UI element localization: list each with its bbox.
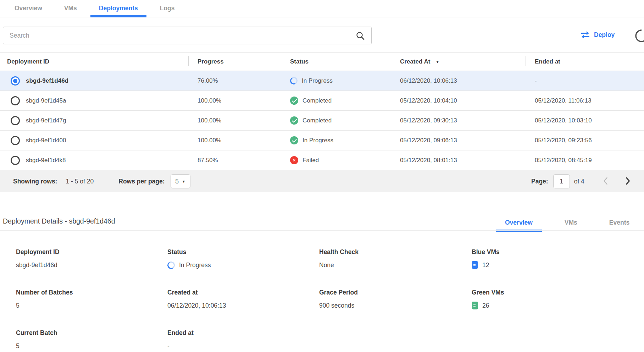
field-value: 26 [482,302,489,309]
field-label: Ended at [167,329,319,337]
rows-per-page-select[interactable]: 5 ▼ [171,174,190,188]
progress-cell: 87.50% [188,157,281,164]
ended-at-cell: 05/12/2020, 11:06:13 [526,97,644,104]
page-number-input[interactable] [553,174,570,188]
field-value: In Progress [179,262,211,269]
ended-at-cell: - [526,77,644,84]
sort-desc-triangle-icon: ▼ [435,60,439,64]
details-tab-overview[interactable]: Overview [496,214,542,231]
field-label: Created at [167,289,319,296]
showing-rows-label: Showing rows: [13,178,57,185]
row-radio[interactable] [11,96,20,105]
field-created-at: Created at 06/12/2020, 10:06:13 [167,289,319,310]
refresh-icon[interactable] [634,29,644,43]
table-footer: Showing rows: 1 - 5 of 20 Rows per page:… [0,170,644,192]
row-radio[interactable] [11,116,20,125]
field-label: Status [167,248,319,256]
completed-check-icon [290,116,298,125]
search-icon[interactable] [356,31,365,40]
field-blue-vms: Blue VMs 12 [472,248,644,270]
field-current-batch: Current Batch 5 [16,329,167,351]
field-health-check: Health Check None [319,248,472,270]
row-radio-selected[interactable] [11,76,20,86]
table-row[interactable]: sbgd-9ef1d4k8 87.50% Failed 05/12/2020, … [0,150,644,170]
deployments-toolbar: Deploy [3,27,644,44]
in-progress-spinner-icon [167,260,176,270]
previous-page-button[interactable] [603,177,608,186]
next-page-button[interactable] [626,177,631,186]
chevron-down-icon: ▼ [182,180,185,183]
field-ended-at: Ended at - [167,329,319,351]
field-value: 900 seconds [319,301,472,310]
details-divider [0,230,644,231]
field-value: 5 [16,301,167,310]
tab-deployments[interactable]: Deployments [88,0,149,17]
rows-per-page-value: 5 [175,178,179,185]
page-label: Page: [531,178,548,185]
field-value: 5 [16,341,167,351]
rows-per-page-label: Rows per page: [118,178,165,185]
deployment-id-cell: sbgd-9ef1d46d [26,77,68,84]
field-value: 12 [482,262,489,269]
progress-cell: 100.00% [188,97,281,104]
deployment-id-cell: sbgd-9ef1d400 [26,137,66,144]
created-at-cell: 05/12/2020, 09:30:13 [391,117,526,124]
details-tab-events[interactable]: Events [600,214,639,231]
field-green-vms: Green VMs 26 [472,289,644,310]
column-header-created-at[interactable]: Created At ▼ [391,53,526,71]
details-tab-vms[interactable]: VMs [555,214,587,231]
field-label: Current Batch [16,329,167,337]
field-label: Number of Batches [16,289,167,296]
showing-rows-value: 1 - 5 of 20 [66,178,94,185]
deployment-id-cell: sbgd-9ef1d4k8 [26,157,66,164]
column-header-status[interactable]: Status [281,53,391,71]
field-value: 06/12/2020, 10:06:13 [167,301,319,310]
column-header-progress[interactable]: Progress [188,53,281,71]
field-value: None [319,260,472,270]
search-input[interactable] [3,27,371,44]
table-row[interactable]: sbgd-9ef1d45a 100.00% Completed 05/12/20… [0,91,644,111]
column-header-deployment-id[interactable]: Deployment ID [0,53,188,71]
deployment-id-cell: sbgd-9ef1d45a [26,97,66,104]
field-deployment-id: Deployment ID sbgd-9ef1d46d [16,248,167,270]
search-box [3,27,372,44]
green-vm-server-icon [472,301,478,310]
blue-vm-server-icon [472,261,478,269]
tab-vms[interactable]: VMs [53,0,88,17]
progress-cell: 76.00% [188,77,281,84]
chevron-left-icon [603,177,608,185]
deployment-id-cell: sbgd-9ef1d47g [26,117,66,124]
created-at-cell: 05/12/2020, 10:04:10 [391,97,526,104]
details-tab-bar: Overview VMs Events [496,214,639,231]
table-row[interactable]: sbgd-9ef1d47g 100.00% Completed 05/12/20… [0,111,644,131]
field-grace-period: Grace Period 900 seconds [319,289,472,310]
created-at-cell: 05/12/2020, 09:06:13 [391,137,526,144]
row-radio[interactable] [11,156,20,165]
field-status: Status In Progress [167,248,319,270]
table-header-row: Deployment ID Progress Status Created At… [0,52,644,71]
deployments-table: Deployment ID Progress Status Created At… [0,52,644,170]
row-radio[interactable] [11,136,20,145]
table-row[interactable]: sbgd-9ef1d400 100.00% In Progress 05/12/… [0,131,644,150]
column-header-ended-at[interactable]: Ended at [526,53,644,71]
progress-cell: 100.00% [188,137,281,144]
field-label: Deployment ID [16,248,167,256]
completed-check-icon [290,97,298,105]
ended-at-cell: 05/12/2020, 09:23:56 [526,137,644,144]
field-number-of-batches: Number of Batches 5 [16,289,167,310]
table-row[interactable]: sbgd-9ef1d46d 76.00% In Progress 06/12/2… [0,71,644,91]
details-section-title: Deployment Details - sbgd-9ef1d46d [3,217,115,225]
deploy-button[interactable]: Deploy [581,31,615,39]
field-label: Grace Period [319,289,472,296]
in-progress-spinner-icon [289,76,299,86]
status-cell: In Progress [302,77,333,84]
chevron-right-icon [626,177,631,185]
field-label: Health Check [319,248,472,256]
progress-cell: 100.00% [188,117,281,124]
created-at-cell: 05/12/2020, 08:01:13 [391,157,526,164]
tab-overview[interactable]: Overview [4,0,53,17]
status-cell: In Progress [302,137,333,144]
tab-logs[interactable]: Logs [149,0,186,17]
field-label: Green VMs [472,289,644,296]
failed-x-icon [290,156,298,164]
